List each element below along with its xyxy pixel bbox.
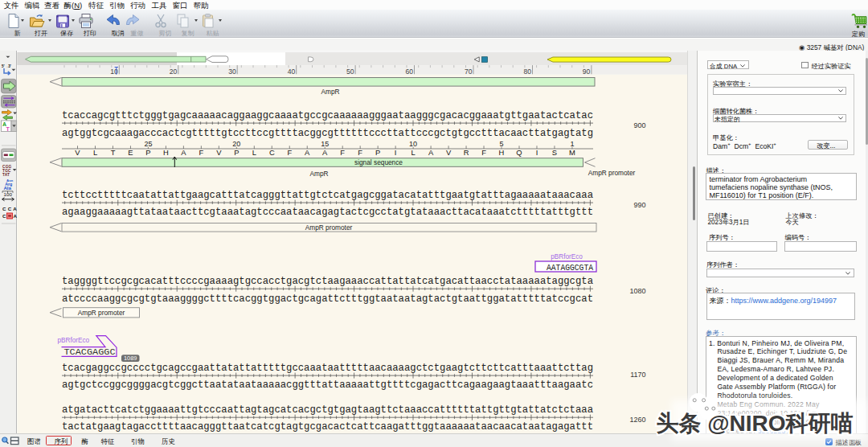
svg-text:Q: Q <box>516 147 522 156</box>
svg-text:990: 990 <box>633 201 645 209</box>
svg-text:TCACGAGGC: TCACGAGGC <box>64 347 116 356</box>
svg-text:1170: 1170 <box>630 371 645 379</box>
svg-text:L: L <box>93 147 97 156</box>
svg-text:A: A <box>428 147 434 156</box>
svg-text:1260: 1260 <box>629 415 645 423</box>
svg-text:signal sequence: signal sequence <box>354 158 403 166</box>
svg-text:P: P <box>375 147 380 156</box>
svg-text:taggggttccgcgcacatttccccgaaaag: taggggttccgcgcacatttccccgaaaagtgccacctga… <box>62 276 593 287</box>
svg-text:20: 20 <box>170 67 178 75</box>
svg-text:70: 70 <box>465 67 473 75</box>
svg-text:F: F <box>199 147 204 156</box>
svg-text:1089: 1089 <box>124 355 137 362</box>
svg-text:F: F <box>287 147 292 156</box>
svg-text:30: 30 <box>228 67 236 75</box>
svg-text:tactatgaagtagaccttttaacagggtta: tactatgaagtagaccttttaacagggttaatcatcgtag… <box>62 421 593 433</box>
svg-text:agaaggaaaaagttataataacttcgtaaa: agaaggaaaaagttataataacttcgtaaatagtcccaat… <box>62 207 593 218</box>
svg-text:AmpR: AmpR <box>321 88 339 96</box>
svg-text:tcaccagcgtttctgggtgagcaaaaacag: tcaccagcgtttctgggtgagcaaaaacaggaaggcaaaa… <box>62 110 593 121</box>
svg-text:900: 900 <box>633 121 645 129</box>
svg-text:L: L <box>252 147 256 156</box>
svg-text:40: 40 <box>288 67 296 75</box>
svg-text:AmpR: AmpR <box>309 170 328 178</box>
svg-text:atccccaaggcgcgtgtaaaggggcttttc: atccccaaggcgcgtgtaaaggggcttttcacggtggact… <box>62 293 593 304</box>
svg-text:pBRforEco: pBRforEco <box>58 336 90 343</box>
svg-text:A: A <box>181 147 186 156</box>
svg-text:S: S <box>552 147 557 156</box>
svg-text:AATAGGCGTA: AATAGGCGTA <box>547 263 593 272</box>
svg-text:pBRforEco: pBRforEco <box>551 252 583 260</box>
svg-text:F: F <box>481 147 486 156</box>
svg-text:80: 80 <box>523 67 531 75</box>
svg-text:90: 90 <box>583 67 591 75</box>
svg-text:H: H <box>499 147 505 156</box>
svg-text:R: R <box>464 147 469 156</box>
svg-text:T: T <box>111 147 116 156</box>
svg-text:10: 10 <box>409 139 417 147</box>
svg-text:20: 20 <box>232 139 240 147</box>
svg-text:P: P <box>234 147 239 156</box>
svg-text:25: 25 <box>144 139 152 147</box>
svg-text:H: H <box>163 147 169 156</box>
svg-text:10: 10 <box>110 67 118 75</box>
svg-text:E: E <box>128 147 133 156</box>
svg-text:A: A <box>322 147 328 156</box>
svg-text:1080: 1080 <box>629 287 645 295</box>
svg-text:C: C <box>269 147 275 156</box>
svg-text:F: F <box>358 147 362 156</box>
svg-text:tcttcctttttcaatattattgaagcattt: tcttcctttttcaatattattgaagcatttatcagggtta… <box>62 189 593 200</box>
svg-text:I: I <box>536 147 538 156</box>
svg-text:AmpR promoter: AmpR promoter <box>78 308 125 316</box>
svg-text:P: P <box>145 147 150 156</box>
svg-text:A: A <box>305 147 310 156</box>
svg-text:50: 50 <box>346 67 354 75</box>
svg-text:agtggtcgcaaagacccactcgtttttgtc: agtggtcgcaaagacccactcgtttttgtccttccgtttt… <box>62 127 593 138</box>
svg-text:AmpR promoter: AmpR promoter <box>305 223 353 231</box>
svg-text:1: 1 <box>570 139 574 147</box>
svg-text:I: I <box>395 147 397 156</box>
svg-text:M: M <box>569 147 575 156</box>
svg-text:AmpR promoter: AmpR promoter <box>588 168 636 176</box>
svg-text:V: V <box>216 147 222 156</box>
svg-text:60: 60 <box>405 67 413 75</box>
svg-text:5: 5 <box>499 139 503 147</box>
svg-text:atgatacttcatctggaaaattgtcccaat: atgatacttcatctggaaaattgtcccaattagtagcatc… <box>62 404 593 416</box>
svg-text:tcacgaggccgcccctgcagccgaattata: tcacgaggccgcccctgcagccgaattatattatttttgc… <box>62 362 593 373</box>
svg-text:V: V <box>75 147 80 156</box>
svg-text:V: V <box>446 147 452 156</box>
svg-text:F: F <box>340 147 345 156</box>
svg-text:15: 15 <box>321 139 329 147</box>
svg-text:L: L <box>411 147 415 156</box>
svg-text:agtgctccggcggggacgtcggcttaatat: agtgctccggcggggacgtcggcttaatataataaaaacg… <box>62 379 593 391</box>
